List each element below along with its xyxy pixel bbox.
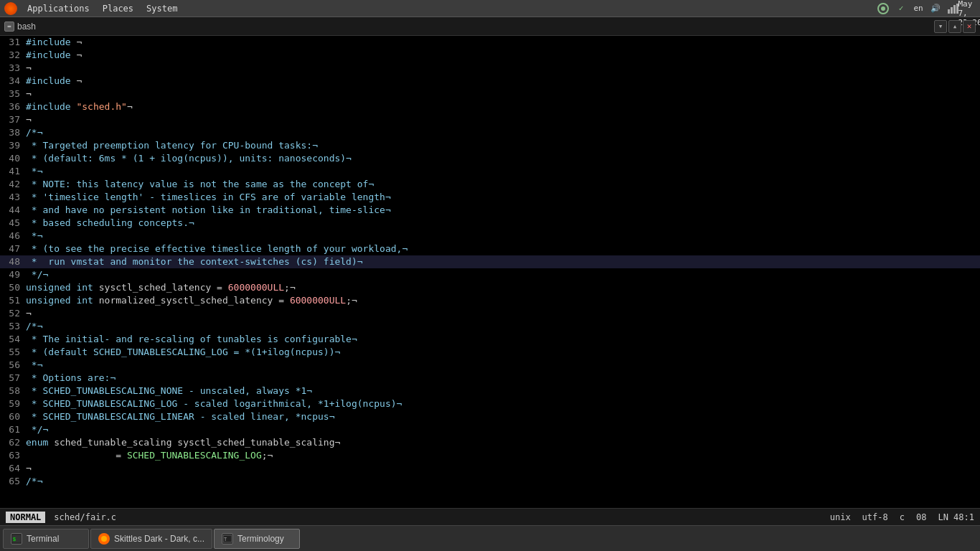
- status-bar: NORMAL sched/fair.c unix utf-8 c 08 LN 4…: [0, 508, 980, 525]
- taskbar-terminology-label: Terminology: [237, 534, 284, 544]
- code-line: 36#include "sched.h"¬: [0, 100, 980, 113]
- title-bar-left: ▬ bash: [4, 22, 36, 32]
- line-content: unsigned int sysctl_sched_latency = 6000…: [26, 281, 296, 294]
- code-line: 37¬: [0, 113, 980, 126]
- svg-rect-2: [948, 9, 950, 14]
- line-content: * and have no persistent notion like in …: [26, 204, 391, 217]
- column-num: 08: [916, 512, 926, 522]
- line-content: #include ¬: [26, 75, 82, 88]
- close-button[interactable]: ✕: [963, 20, 976, 33]
- network-applet-icon: [877, 2, 890, 15]
- line-number: 61: [3, 423, 26, 436]
- line-content: /*¬: [26, 126, 42, 139]
- file-name: sched/fair.c: [54, 512, 116, 522]
- line-content: *¬: [26, 359, 42, 372]
- taskbar-terminology[interactable]: T Terminology: [214, 529, 300, 549]
- line-content: /*¬: [26, 320, 42, 333]
- code-line: 52¬: [0, 307, 980, 320]
- line-content: #include "sched.h"¬: [26, 100, 133, 113]
- app-menu-icon: [4, 2, 17, 15]
- line-number: 59: [3, 397, 26, 410]
- line-content: ¬: [26, 307, 32, 320]
- line-content: * Options are:¬: [26, 372, 116, 385]
- line-content: * based scheduling concepts.¬: [26, 217, 194, 230]
- code-line: 46 *¬: [0, 230, 980, 242]
- line-number: 44: [3, 204, 26, 217]
- line-number: 60: [3, 410, 26, 423]
- code-editor[interactable]: 31#include ¬32#include ¬33¬34#include ¬3…: [0, 36, 980, 508]
- applications-menu[interactable]: Applications: [22, 2, 95, 15]
- line-number: 46: [3, 230, 26, 242]
- line-content: * (default: 6ms * (1 + ilog(ncpus)), uni…: [26, 152, 352, 165]
- line-number: 49: [3, 268, 26, 281]
- line-number: 42: [3, 178, 26, 191]
- code-line: 55 * (default SCHED_TUNABLESCALING_LOG =…: [0, 346, 980, 359]
- window-icon: ▬: [4, 22, 14, 32]
- code-line: 51unsigned int normalized_sysctl_sched_l…: [0, 294, 980, 307]
- line-number: 63: [3, 449, 26, 462]
- code-line: 48 * run vmstat and monitor the context-…: [0, 255, 980, 268]
- line-number: 56: [3, 359, 26, 372]
- line-content: *¬: [26, 230, 42, 242]
- network-icon: [947, 3, 958, 14]
- code-line: 39 * Targeted preemption latency for CPU…: [0, 139, 980, 152]
- places-menu[interactable]: Places: [97, 2, 139, 15]
- file-type: c: [900, 512, 905, 522]
- line-number: 35: [3, 88, 26, 100]
- code-line: 65/*¬: [0, 475, 980, 488]
- line-content: * Targeted preemption latency for CPU-bo…: [26, 139, 318, 152]
- code-line: 35¬: [0, 88, 980, 100]
- line-content: ¬: [26, 113, 32, 126]
- line-content: * NOTE: this latency value is not the sa…: [26, 178, 374, 191]
- lang-indicator: en: [913, 3, 924, 14]
- line-number: 40: [3, 152, 26, 165]
- code-line: 54 * The initial- and re-scaling of tuna…: [0, 333, 980, 346]
- code-line: 43 * 'timeslice length' - timeslices in …: [0, 191, 980, 204]
- system-menu[interactable]: System: [141, 2, 183, 15]
- line-number: 51: [3, 294, 26, 307]
- taskbar-firefox-label: Skittles Dark - Dark, c...: [114, 534, 204, 544]
- code-line: 57 * Options are:¬: [0, 372, 980, 385]
- line-number: 38: [3, 126, 26, 139]
- code-line: 61 */¬: [0, 423, 980, 436]
- line-content: * The initial- and re-scaling of tunable…: [26, 333, 357, 346]
- line-number: 31: [3, 36, 26, 49]
- taskbar-terminal[interactable]: $ Terminal: [3, 529, 89, 549]
- code-line: 32#include ¬: [0, 49, 980, 62]
- line-content: ¬: [26, 462, 32, 475]
- minimize-button[interactable]: ▾: [934, 20, 947, 33]
- maximize-button[interactable]: ▴: [948, 20, 961, 33]
- volume-icon: 🔊: [930, 3, 941, 14]
- line-content: unsigned int normalized_sysctl_sched_lat…: [26, 294, 357, 307]
- line-content: ¬: [26, 62, 32, 75]
- code-line: 42 * NOTE: this latency value is not the…: [0, 178, 980, 191]
- line-number: 33: [3, 62, 26, 75]
- top-bar-right: ✓ en 🔊 Thu May 7, 23:26: [877, 2, 976, 15]
- svg-rect-4: [953, 5, 956, 14]
- code-line: 33¬: [0, 62, 980, 75]
- line-content: * SCHED_TUNABLESCALING_LOG - scaled loga…: [26, 397, 402, 410]
- code-line: 56 *¬: [0, 359, 980, 372]
- taskbar-firefox[interactable]: Skittles Dark - Dark, c...: [90, 529, 212, 549]
- line-number: 45: [3, 217, 26, 230]
- status-left: NORMAL sched/fair.c: [6, 512, 116, 523]
- line-number: 54: [3, 333, 26, 346]
- top-bar-left: Applications Places System: [4, 2, 183, 15]
- line-number: 47: [3, 242, 26, 255]
- terminal-window: ▬ bash ▾ ▴ ✕ 31#include ¬32#include ¬33¬…: [0, 17, 980, 525]
- line-content: * (default SCHED_TUNABLESCALING_LOG = *(…: [26, 346, 340, 359]
- line-content: /*¬: [26, 475, 42, 488]
- code-line: 31#include ¬: [0, 36, 980, 49]
- line-number: 62: [3, 436, 26, 449]
- clock: Thu May 7, 23:26: [964, 3, 976, 14]
- status-right: unix utf-8 c 08 LN 48:1: [830, 512, 974, 522]
- code-line: 40 * (default: 6ms * (1 + ilog(ncpus)), …: [0, 152, 980, 165]
- line-number: 34: [3, 75, 26, 88]
- svg-text:$: $: [13, 537, 16, 542]
- taskbar: $ Terminal Skittles Dark - Dark, c... T …: [0, 525, 980, 551]
- svg-rect-3: [951, 7, 953, 14]
- title-bar: ▬ bash ▾ ▴ ✕: [0, 17, 980, 36]
- update-icon: ✓: [895, 3, 907, 14]
- line-content: #include ¬: [26, 49, 82, 62]
- line-content: * SCHED_TUNABLESCALING_NONE - unscaled, …: [26, 385, 312, 397]
